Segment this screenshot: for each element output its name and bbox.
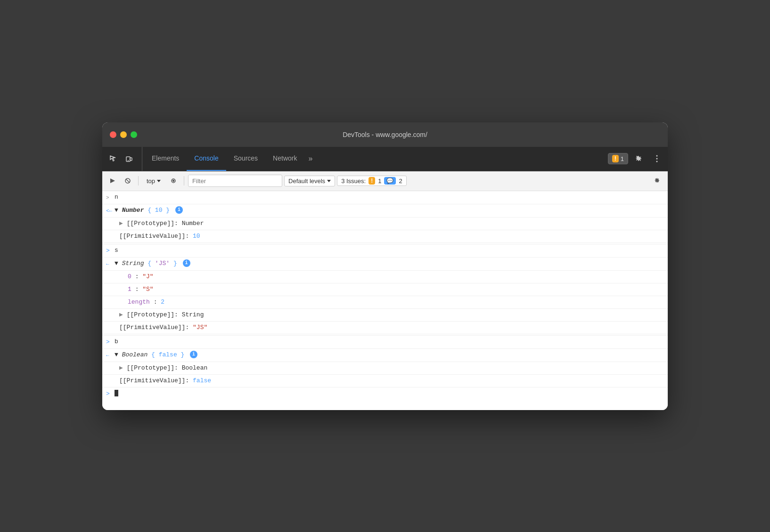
svg-point-3 <box>656 155 658 157</box>
svg-marker-9 <box>157 180 161 182</box>
console-row-string-primitive: [[PrimitiveValue]]: "JS" <box>102 322 668 334</box>
console-output: n ← ▼ Number { 10 } i ▶ [[Prototype]]: N… <box>102 191 668 410</box>
inspect-element-icon[interactable] <box>106 152 120 166</box>
console-row-string-1: 1 : "S" <box>102 283 668 296</box>
input-arrow-s: > <box>106 246 115 255</box>
number-prototype[interactable]: ▶ [[Prototype]]: Number <box>119 219 664 228</box>
console-toolbar: top Default levels 3 Issues: ! 1 💬 2 <box>102 171 668 191</box>
traffic-lights <box>110 131 137 138</box>
string-index-0: 0 : "J" <box>128 273 664 281</box>
log-levels-selector[interactable]: Default levels <box>284 176 335 186</box>
issues-count-badge[interactable]: 3 Issues: ! 1 💬 2 <box>337 176 407 186</box>
console-row-boolean-output: ← ▼ Boolean { false } i <box>102 349 668 362</box>
prompt-arrow: > <box>106 390 115 397</box>
device-toolbar-icon[interactable] <box>122 152 136 166</box>
settings-icon[interactable] <box>632 152 646 166</box>
console-input-s: s <box>115 246 664 255</box>
input-arrow-b: > <box>106 338 115 347</box>
console-prompt-input[interactable] <box>115 390 664 398</box>
more-options-icon[interactable] <box>650 152 664 166</box>
svg-marker-6 <box>110 178 115 183</box>
input-arrow-n <box>106 193 115 202</box>
output-arrow-number: ← <box>106 206 115 215</box>
tab-elements[interactable]: Elements <box>144 147 187 171</box>
output-arrow-string: ← <box>106 259 115 268</box>
svg-point-4 <box>656 158 658 160</box>
live-expressions-button[interactable] <box>167 174 180 187</box>
console-row-number-primitive: [[PrimitiveValue]]: 10 <box>102 230 668 243</box>
svg-point-11 <box>173 180 174 182</box>
console-input-n: n <box>115 193 664 202</box>
svg-line-8 <box>126 179 130 183</box>
window-title: DevTools - www.google.com/ <box>343 131 427 138</box>
number-primitive-value: [[PrimitiveValue]]: 10 <box>119 232 664 241</box>
tab-console[interactable]: Console <box>187 147 226 171</box>
warning-count-badge: ! <box>369 177 375 185</box>
console-row-string-output: ← ▼ String { 'JS' } i <box>102 258 668 271</box>
issues-badge[interactable]: ! 1 <box>608 153 628 164</box>
console-row-boolean-primitive: [[PrimitiveValue]]: false <box>102 375 668 387</box>
string-object-row[interactable]: ▼ String { 'JS' } i <box>115 259 664 268</box>
maximize-button[interactable] <box>131 131 137 138</box>
more-tabs-button[interactable]: » <box>304 147 316 171</box>
tab-sources[interactable]: Sources <box>226 147 265 171</box>
filter-input[interactable] <box>188 175 282 187</box>
svg-rect-1 <box>130 158 132 161</box>
minimize-button[interactable] <box>120 131 127 138</box>
number-object-row[interactable]: ▼ Number { 10 } i <box>115 206 664 215</box>
output-arrow-boolean: ← <box>106 351 115 360</box>
context-selector[interactable]: top <box>142 176 165 186</box>
console-row-input-b: > b <box>102 335 668 349</box>
devtools-icons <box>106 147 142 171</box>
string-prototype[interactable]: ▶ [[Prototype]]: String <box>119 311 664 319</box>
console-row-string-length: length : 2 <box>102 296 668 309</box>
console-input-b: b <box>115 338 664 346</box>
string-info-icon[interactable]: i <box>183 259 190 267</box>
cursor <box>115 390 118 396</box>
console-settings-button[interactable] <box>651 174 664 187</box>
console-row-string-prototype: ▶ [[Prototype]]: String <box>102 309 668 322</box>
console-row-number-output: ← ▼ Number { 10 } i <box>102 204 668 218</box>
tab-network[interactable]: Network <box>265 147 304 171</box>
console-row-number-prototype: ▶ [[Prototype]]: Number <box>102 218 668 230</box>
string-length: length : 2 <box>128 298 664 306</box>
boolean-object-row[interactable]: ▼ Boolean { false } i <box>115 351 664 359</box>
console-row-boolean-prototype: ▶ [[Prototype]]: Boolean <box>102 362 668 375</box>
console-prompt[interactable]: > <box>102 387 668 401</box>
svg-point-5 <box>656 161 658 162</box>
toolbar-separator-2 <box>184 176 184 185</box>
devtools-window: DevTools - www.google.com/ Elements Cons… <box>102 122 668 410</box>
title-bar: DevTools - www.google.com/ <box>102 122 668 147</box>
clear-console-button[interactable] <box>121 174 134 187</box>
console-row-string-0: 0 : "J" <box>102 271 668 283</box>
info-count-badge: 💬 <box>384 177 396 185</box>
console-row-input-s: > s <box>102 244 668 258</box>
boolean-prototype[interactable]: ▶ [[Prototype]]: Boolean <box>119 364 664 372</box>
string-primitive-value: [[PrimitiveValue]]: "JS" <box>119 323 664 332</box>
close-button[interactable] <box>110 131 116 138</box>
warning-badge: ! <box>612 155 619 162</box>
boolean-info-icon[interactable]: i <box>190 351 197 358</box>
svg-marker-12 <box>327 180 331 182</box>
execute-script-button[interactable] <box>106 174 119 187</box>
boolean-primitive-value: [[PrimitiveValue]]: false <box>119 377 664 385</box>
console-row-input-n: n <box>102 191 668 204</box>
number-info-icon[interactable]: i <box>175 206 183 214</box>
string-index-1: 1 : "S" <box>128 285 664 294</box>
tab-bar-right: ! 1 <box>608 147 664 171</box>
tab-bar: Elements Console Sources Network » ! 1 <box>102 147 668 171</box>
toolbar-separator-1 <box>138 176 139 185</box>
